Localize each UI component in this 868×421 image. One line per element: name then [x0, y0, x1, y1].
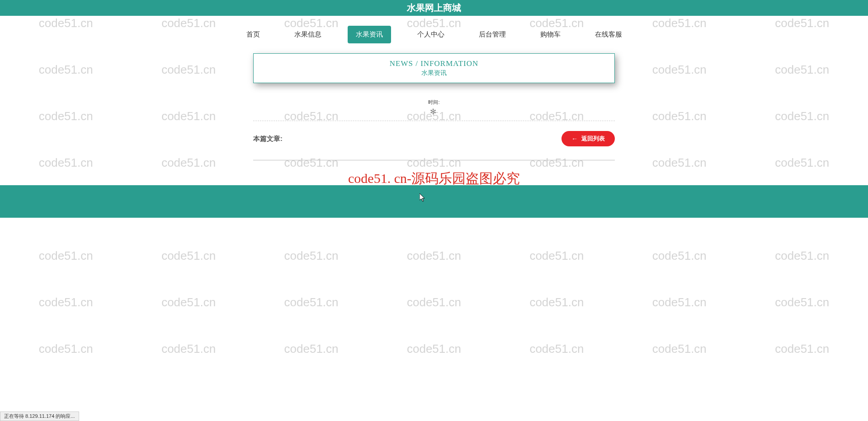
nav-home[interactable]: 首页: [238, 26, 268, 43]
info-title-en: NEWS / INFORMATION: [263, 59, 605, 68]
main-nav: 首页 水果信息 水果资讯 个人中心 后台管理 购物车 在线客服: [0, 16, 868, 53]
loading-spinner-icon: [430, 107, 438, 115]
info-card: NEWS / INFORMATION 水果资讯: [253, 53, 615, 83]
overlay-watermark-text: code51. cn-源码乐园盗图必究: [348, 169, 520, 188]
time-label: 时间:: [253, 99, 615, 106]
nav-admin[interactable]: 后台管理: [471, 26, 514, 43]
content-wrapper: NEWS / INFORMATION 水果资讯 时间: 本篇文章: ← 返回列表: [253, 53, 615, 160]
site-title: 水果网上商城: [407, 2, 461, 14]
back-button-label: 返回列表: [581, 135, 605, 143]
header: 水果网上商城: [0, 0, 868, 16]
nav-fruit-news[interactable]: 水果资讯: [348, 26, 391, 43]
article-section: 本篇文章: ← 返回列表: [253, 121, 615, 160]
article-label: 本篇文章:: [253, 135, 283, 143]
back-to-list-button[interactable]: ← 返回列表: [561, 131, 615, 146]
browser-status-bar: 正在等待 8.129.11.174 的响应...: [0, 412, 79, 421]
nav-cart[interactable]: 购物车: [532, 26, 569, 43]
arrow-left-icon: ←: [571, 135, 578, 142]
nav-fruit-info[interactable]: 水果信息: [286, 26, 330, 43]
time-section: 时间:: [253, 99, 615, 121]
nav-personal[interactable]: 个人中心: [409, 26, 453, 43]
nav-service[interactable]: 在线客服: [587, 26, 630, 43]
footer: [0, 185, 868, 218]
info-title-cn: 水果资讯: [263, 69, 605, 77]
